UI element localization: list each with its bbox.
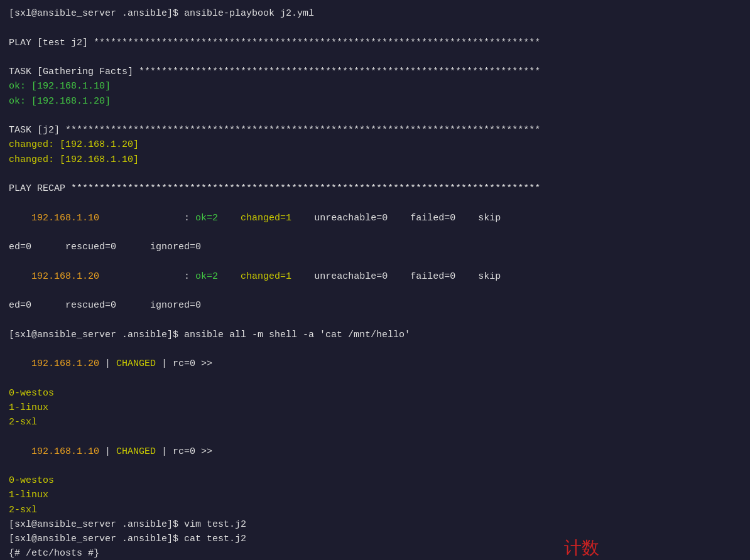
line-out2a: 0-westos xyxy=(9,473,741,488)
line-out2c: 2-sxl xyxy=(9,503,741,517)
line-changed-output1: 192.168.1.20 | CHANGED | rc=0 >> xyxy=(9,342,741,386)
line-blank3 xyxy=(9,109,741,123)
line-out1c: 2-sxl xyxy=(9,415,741,429)
line-play1: PLAY [test j2] *************************… xyxy=(9,36,741,50)
line-j2-1: {# /etc/hosts #} xyxy=(9,546,741,560)
changed-badge1: CHANGED xyxy=(116,358,156,369)
line-recap1a: 192.168.1.10 : ok=2 changed=1 unreachabl… xyxy=(9,196,741,240)
line-out1b: 1-linux xyxy=(9,401,741,415)
line-cmd3: [sxl@ansible_server .ansible]$ vim test.… xyxy=(9,517,741,532)
line-blank4 xyxy=(9,167,741,181)
line-blank5 xyxy=(9,313,741,327)
line-changed1: changed: [192.168.1.20] xyxy=(9,137,741,152)
line-changed2: changed: [192.168.1.10] xyxy=(9,153,741,167)
line-ok1: ok: [192.168.1.10] xyxy=(9,79,741,94)
changed-badge2: CHANGED xyxy=(116,446,156,457)
line-cmd2: [sxl@ansible_server .ansible]$ ansible a… xyxy=(9,328,741,342)
line-task2: TASK [j2] ******************************… xyxy=(9,123,741,137)
line-recap2b: ed=0 rescued=0 ignored=0 xyxy=(9,298,741,313)
line-recap: PLAY RECAP *****************************… xyxy=(9,181,741,196)
line-blank2 xyxy=(9,50,741,65)
line-out2b: 1-linux xyxy=(9,488,741,502)
line-cmd4: [sxl@ansible_server .ansible]$ cat test.… xyxy=(9,532,741,546)
line-cmd1: [sxl@ansible_server .ansible]$ ansible-p… xyxy=(9,6,741,21)
line-out1a: 0-westos xyxy=(9,386,741,401)
line-task1: TASK [Gathering Facts] *****************… xyxy=(9,65,741,79)
line-recap2a: 192.168.1.20 : ok=2 changed=1 unreachabl… xyxy=(9,254,741,298)
recap-ip1: 192.168.1.10 xyxy=(31,213,184,223)
ip-changed2: 192.168.1.10 xyxy=(31,446,99,457)
line-recap1b: ed=0 rescued=0 ignored=0 xyxy=(9,240,741,254)
line-ok2: ok: [192.168.1.20] xyxy=(9,94,741,109)
line-changed-output2: 192.168.1.10 | CHANGED | rc=0 >> xyxy=(9,429,741,473)
terminal-window: [sxl@ansible_server .ansible]$ ansible-p… xyxy=(0,0,750,560)
recap-ip2: 192.168.1.20 xyxy=(31,271,184,282)
annotation-jishu: 计数 xyxy=(564,536,599,560)
line-blank1 xyxy=(9,21,741,35)
ip-changed1: 192.168.1.20 xyxy=(31,358,99,369)
